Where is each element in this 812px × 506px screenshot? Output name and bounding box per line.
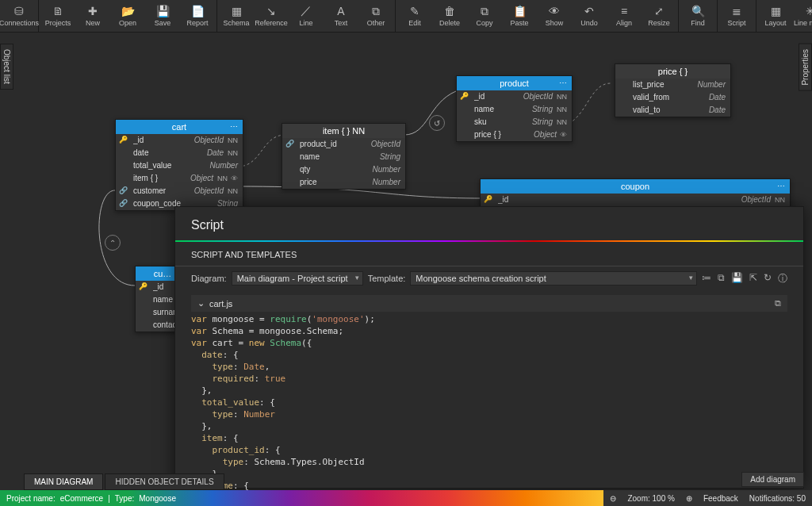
eye-icon[interactable]: 👁	[231, 173, 238, 184]
other-icon: ⧉	[372, 5, 380, 17]
field-name: sku	[474, 117, 527, 128]
field-row[interactable]: 🔑_idObjectIdNN	[457, 90, 572, 103]
field-type: Number	[372, 177, 400, 188]
toolbar-paste[interactable]: 📋Paste	[502, 0, 537, 32]
field-row[interactable]: price { }Object👁	[457, 128, 572, 141]
entity-item[interactable]: item { } NN 🔗product_idObjectIdnameStrin…	[282, 123, 406, 190]
field-row[interactable]: 🔗customerObjectIdNN	[116, 185, 243, 197]
field-row[interactable]: 🔗product_idObjectId	[282, 138, 405, 151]
toolbar-line-mode[interactable]: ✳Line mode	[793, 0, 812, 32]
toolbar-script[interactable]: ≣Script	[719, 0, 754, 32]
object-list-tab[interactable]: Object list	[0, 44, 13, 90]
toolbar-text[interactable]: AText	[324, 0, 358, 32]
file-header[interactable]: ⌄ cart.js ⧉	[191, 295, 787, 312]
field-row[interactable]: list_priceNumber	[615, 79, 730, 91]
entity-header[interactable]: cart⋯	[116, 120, 243, 134]
toolbar-edit[interactable]: ✎Edit	[397, 0, 432, 32]
zoom-out-icon[interactable]: ⊖	[610, 494, 616, 503]
diagram-select[interactable]: Main diagram - Project script	[232, 271, 363, 286]
field-nn: NN	[557, 104, 567, 115]
zoom-label: Zoom: 100 %	[627, 494, 674, 503]
toolbar-open[interactable]: 📂Open	[110, 0, 145, 32]
field-icon: 🔑	[460, 90, 471, 102]
type-label: Type:	[115, 494, 134, 503]
toggle-list-icon[interactable]: ≔	[702, 272, 711, 286]
toolbar-reference[interactable]: ↘Reference	[254, 0, 289, 32]
field-icon: 🔑	[484, 194, 495, 205]
field-row[interactable]: nameStringNN	[457, 103, 572, 116]
toolbar-report[interactable]: 📄Report	[180, 0, 215, 32]
field-name: price { }	[474, 129, 529, 140]
entity-header[interactable]: item { } NN	[282, 124, 405, 138]
entity-header[interactable]: coupon⋯	[481, 179, 790, 194]
copy-file-icon[interactable]: ⧉	[775, 298, 781, 309]
properties-tab[interactable]: Properties	[799, 44, 812, 91]
field-name: valid_from	[633, 92, 704, 103]
panel-title: Script	[175, 207, 803, 240]
zoom-in-icon[interactable]: ⊕	[686, 494, 692, 503]
toolbar-save[interactable]: 💾Save	[145, 0, 180, 32]
toolbar-show[interactable]: 👁Show	[537, 0, 572, 32]
relation-handle[interactable]: ⌃	[105, 235, 121, 251]
relation-handle[interactable]: ↺	[429, 115, 445, 131]
add-diagram-button[interactable]: Add diagram	[741, 472, 804, 487]
field-row[interactable]: skuStringNN	[457, 116, 572, 128]
field-name: name	[474, 104, 527, 115]
template-select[interactable]: Mongoose schema creation script	[410, 271, 697, 286]
entity-cart[interactable]: cart⋯ 🔑_idObjectIdNNdateDateNNtotal_valu…	[115, 119, 243, 211]
field-row[interactable]: dateDateNN	[116, 147, 243, 159]
copy-icon[interactable]: ⧉	[718, 272, 725, 286]
field-type: String	[532, 117, 553, 128]
toolbar-undo[interactable]: ↶Undo	[572, 0, 607, 32]
toolbar-connections[interactable]: ⛁Connections	[2, 0, 36, 32]
connections-icon: ⛁	[14, 5, 24, 17]
field-row[interactable]: priceNumber	[282, 176, 405, 189]
field-row[interactable]: 🔑_idObjectIdNN	[116, 134, 243, 147]
field-row[interactable]: valid_toDate	[615, 104, 730, 117]
field-row[interactable]: total_valueNumber	[116, 159, 243, 172]
feedback-link[interactable]: Feedback	[703, 494, 738, 503]
field-type: Object	[190, 173, 213, 184]
field-type: Date	[709, 105, 726, 116]
entity-header[interactable]: price { }	[615, 64, 730, 79]
toolbar-align[interactable]: ≡Align	[607, 0, 642, 32]
toolbar-new[interactable]: ✚New	[75, 0, 110, 32]
type-value: Mongoose	[139, 494, 176, 503]
entity-product[interactable]: product⋯ 🔑_idObjectIdNNnameStringNNskuSt…	[456, 75, 573, 142]
field-row[interactable]: item { }ObjectNN👁	[116, 172, 243, 185]
toolbar-find[interactable]: 🔍Find	[680, 0, 715, 32]
more-icon[interactable]: ⋯	[559, 79, 567, 87]
field-row[interactable]: nameString	[282, 151, 405, 163]
tab-hidden-details[interactable]: HIDDEN OBJECT DETAILS	[105, 473, 224, 490]
eye-icon[interactable]: 👁	[560, 129, 567, 140]
entity-coupon[interactable]: coupon⋯ 🔑_idObjectIdNN	[480, 178, 791, 207]
tab-main-diagram[interactable]: MAIN DIAGRAM	[24, 473, 103, 490]
toolbar-line[interactable]: ／Line	[289, 0, 324, 32]
entity-price[interactable]: price { } list_priceNumbervalid_fromDate…	[615, 63, 731, 117]
field-name: customer	[133, 186, 190, 197]
toolbar-resize[interactable]: ⤢Resize	[642, 0, 676, 32]
field-row[interactable]: qtyNumber	[282, 163, 405, 176]
field-icon: 🔗	[119, 185, 130, 196]
toolbar-other[interactable]: ⧉Other	[358, 0, 393, 32]
info-icon[interactable]: ⓘ	[778, 272, 787, 286]
more-icon[interactable]: ⋯	[777, 182, 785, 190]
reload-icon[interactable]: ↻	[764, 272, 772, 286]
export-icon[interactable]: ⇱	[749, 272, 757, 286]
toolbar-delete[interactable]: 🗑Delete	[432, 0, 467, 32]
field-row[interactable]: 🔑_idObjectIdNN	[481, 194, 790, 206]
toolbar-schema[interactable]: ▦Schema	[219, 0, 254, 32]
more-icon[interactable]: ⋯	[230, 122, 238, 131]
entity-header[interactable]: product⋯	[457, 76, 572, 90]
notifications-link[interactable]: Notifications: 50	[749, 494, 806, 503]
save-icon[interactable]: 💾	[731, 272, 743, 286]
field-row[interactable]: valid_fromDate	[615, 91, 730, 104]
field-name: total_value	[133, 160, 205, 171]
toolbar-copy[interactable]: ⧉Copy	[467, 0, 502, 32]
field-nn: NN	[228, 135, 238, 146]
toolbar-projects[interactable]: 🗎Projects	[40, 0, 75, 32]
field-icon: 🔗	[119, 197, 130, 209]
delete-icon: 🗑	[444, 5, 455, 17]
toolbar-layout[interactable]: ▦Layout	[758, 0, 793, 32]
field-type: ObjectId	[194, 135, 224, 146]
